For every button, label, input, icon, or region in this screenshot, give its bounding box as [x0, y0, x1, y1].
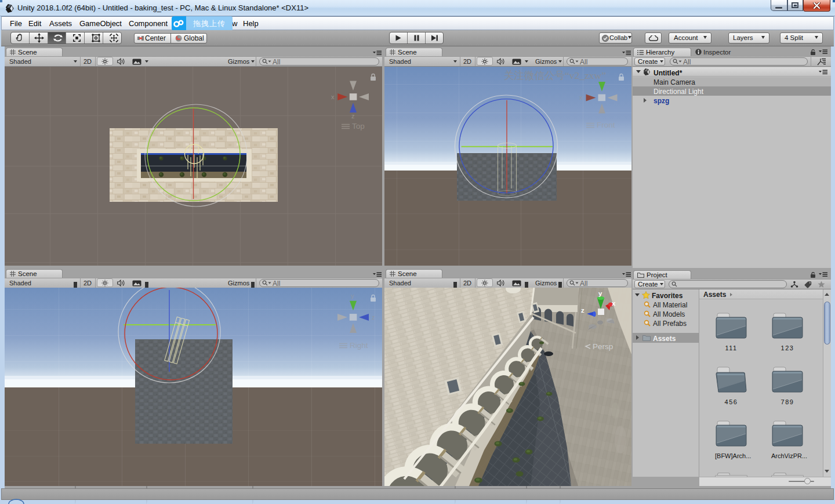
svg-text:x: x [612, 300, 616, 307]
svg-text:关注微信公号“v2_zxw”: 关注微信公号“v2_zxw” [504, 70, 606, 81]
svg-text:Front: Front [597, 121, 615, 129]
svg-text:Right: Right [350, 341, 368, 350]
svg-text:z: z [372, 314, 375, 321]
svg-text:Top: Top [352, 122, 365, 130]
svg-text:z: z [581, 307, 584, 314]
svg-text:x: x [579, 94, 583, 101]
svg-text:Persp: Persp [593, 342, 613, 351]
svg-text:x: x [331, 93, 335, 100]
svg-text:z: z [351, 113, 355, 119]
svg-text:y: y [598, 290, 602, 297]
svg-text:y: y [351, 292, 354, 299]
